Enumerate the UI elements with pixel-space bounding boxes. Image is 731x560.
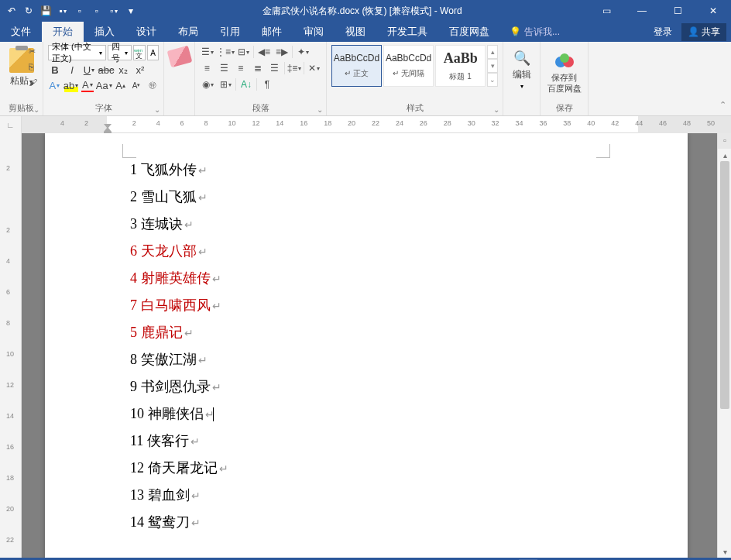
- numbering-button[interactable]: ⋮≡▾: [218, 45, 233, 59]
- bullets-button[interactable]: ☰▾: [200, 45, 215, 59]
- doc-line[interactable]: 13 碧血剑↵: [76, 482, 672, 509]
- collapse-ribbon-icon[interactable]: ⌃: [717, 99, 728, 110]
- font-name-select[interactable]: 宋体 (中文正文)▾: [48, 45, 106, 60]
- phonetic-guide-icon[interactable]: wén文: [133, 45, 146, 60]
- ruler-vertical[interactable]: 2246810121416182022: [0, 133, 22, 558]
- menu-baidu[interactable]: 百度网盘: [438, 22, 500, 42]
- copy-icon[interactable]: ⎘: [29, 62, 39, 73]
- superscript-button[interactable]: x²: [133, 63, 147, 77]
- doc-line[interactable]: 12 倚天屠龙记↵: [76, 455, 672, 482]
- doc-line[interactable]: 11 侠客行↵: [76, 428, 672, 455]
- menu-mail[interactable]: 邮件: [251, 22, 293, 42]
- quickprint-icon[interactable]: ▪▾: [57, 5, 68, 16]
- menu-file[interactable]: 文件: [0, 22, 42, 42]
- doc-line[interactable]: 3 连城诀↵: [76, 211, 672, 238]
- share-button[interactable]: 👤共享: [681, 23, 726, 41]
- char-shading-button[interactable]: Aa▾: [97, 78, 111, 92]
- styles-up-icon[interactable]: ▴: [487, 45, 498, 59]
- doc-line[interactable]: 9 书剑恩仇录↵: [76, 373, 672, 400]
- styles-more-icon[interactable]: ⌄: [487, 73, 498, 87]
- qat-icon-1[interactable]: ▫: [74, 5, 85, 16]
- align-right-button[interactable]: ≡: [233, 61, 248, 75]
- vertical-scrollbar[interactable]: ▫ ▴ ▾: [717, 133, 731, 558]
- doc-line[interactable]: 5 鹿鼎记↵: [76, 319, 672, 346]
- ruler-horizontal[interactable]: ∟ 42246810121416182022242628303234363840…: [0, 116, 731, 133]
- cut-icon[interactable]: ✂: [29, 46, 39, 57]
- style-heading1[interactable]: AaBb 标题 1: [435, 45, 486, 87]
- subscript-button[interactable]: x₂: [116, 63, 130, 77]
- clear-formatting-icon[interactable]: [167, 46, 193, 67]
- sort-button[interactable]: A↓: [239, 77, 254, 91]
- page[interactable]: 1 飞狐外传↵2 雪山飞狐↵3 连城诀↵6 天龙八部↵4 射雕英雄传↵7 白马啸…: [45, 133, 688, 558]
- scroll-down-icon[interactable]: ▾: [718, 545, 731, 558]
- tell-me[interactable]: 💡告诉我...: [500, 26, 569, 39]
- maximize-icon[interactable]: ☐: [660, 0, 695, 22]
- highlight-button[interactable]: ab▾: [64, 78, 78, 92]
- menu-layout[interactable]: 布局: [167, 22, 209, 42]
- baidu-save-button[interactable]: 保存到 百度网盘: [545, 45, 583, 93]
- doc-line[interactable]: 8 笑傲江湖↵: [76, 346, 672, 373]
- style-normal[interactable]: AaBbCcDd ↵ 正文: [331, 45, 382, 87]
- doc-line[interactable]: 6 天龙八部↵: [76, 238, 672, 265]
- shading-button[interactable]: ◉▾: [200, 77, 215, 91]
- tab-selector[interactable]: ∟: [0, 116, 22, 133]
- menu-insert[interactable]: 插入: [84, 22, 125, 42]
- show-marks-button[interactable]: ✕▾: [307, 61, 321, 75]
- enclose-char-button[interactable]: ㊕: [146, 78, 159, 92]
- paragraph-label[interactable]: 段落: [195, 102, 326, 114]
- menu-references[interactable]: 引用: [209, 22, 251, 42]
- italic-button[interactable]: I: [65, 63, 79, 77]
- menu-design[interactable]: 设计: [125, 22, 167, 42]
- doc-line[interactable]: 2 雪山飞狐↵: [76, 184, 672, 211]
- styles-down-icon[interactable]: ▾: [487, 59, 498, 73]
- align-left-button[interactable]: ≡: [200, 61, 214, 75]
- justify-button[interactable]: ≣: [250, 61, 265, 75]
- grow-font-button[interactable]: A▴: [114, 78, 127, 92]
- styles-label[interactable]: 样式: [327, 102, 503, 114]
- bold-button[interactable]: B: [48, 63, 62, 77]
- doc-line[interactable]: 7 白马啸西风↵: [76, 292, 672, 319]
- font-color-button[interactable]: A▾: [81, 78, 94, 92]
- distribute-button[interactable]: ☰: [267, 61, 282, 75]
- multilevel-button[interactable]: ⊟▾: [235, 45, 251, 59]
- minimize-icon[interactable]: ―: [624, 0, 660, 22]
- borders-button[interactable]: ⊞▾: [218, 77, 233, 91]
- doc-line[interactable]: 1 飞狐外传↵: [76, 156, 672, 184]
- qat-icon-3[interactable]: ▫▾: [108, 5, 119, 16]
- font-size-select[interactable]: 四号▾: [108, 45, 132, 60]
- scroll-up-icon[interactable]: ▴: [718, 149, 731, 161]
- font-label[interactable]: 字体: [43, 102, 163, 114]
- login-button[interactable]: 登录: [644, 26, 681, 39]
- text-direction-button[interactable]: ✦▾: [295, 45, 311, 59]
- format-painter-icon[interactable]: 🖌: [29, 77, 39, 88]
- text-effects-button[interactable]: A▾: [48, 78, 61, 92]
- doc-line[interactable]: 4 射雕英雄传↵: [76, 265, 672, 292]
- undo-icon[interactable]: ↶: [6, 5, 17, 16]
- menu-view[interactable]: 视图: [335, 22, 376, 42]
- underline-button[interactable]: U▾: [82, 63, 96, 77]
- increase-indent-button[interactable]: ≡▶: [274, 45, 290, 59]
- close-icon[interactable]: ✕: [695, 0, 731, 22]
- decrease-indent-button[interactable]: ◀≡: [256, 45, 272, 59]
- strikethrough-button[interactable]: abc: [99, 63, 113, 77]
- menu-home[interactable]: 开始: [42, 22, 84, 42]
- page-view[interactable]: 1 飞狐外传↵2 雪山飞狐↵3 连城诀↵6 天龙八部↵4 射雕英雄传↵7 白马啸…: [22, 133, 717, 558]
- doc-line[interactable]: 10 神雕侠侣↵: [76, 400, 672, 428]
- shrink-font-button[interactable]: A▾: [130, 78, 143, 92]
- ribbon-display-icon[interactable]: ▭: [589, 0, 624, 22]
- menu-dev[interactable]: 开发工具: [376, 22, 438, 42]
- char-border-icon[interactable]: A: [147, 45, 159, 60]
- find-button[interactable]: 🔍 编辑 ▾: [508, 45, 535, 90]
- line-spacing-button[interactable]: ‡≡▾: [287, 61, 302, 75]
- menu-review[interactable]: 审阅: [293, 22, 335, 42]
- qat-icon-2[interactable]: ▫: [91, 5, 102, 16]
- doc-line[interactable]: 14 鸳鸯刀↵: [76, 509, 672, 536]
- redo-icon[interactable]: ↻: [23, 5, 34, 16]
- ruler-toggle-icon[interactable]: ▫: [719, 135, 730, 146]
- clipboard-label[interactable]: 剪贴板: [0, 102, 43, 114]
- style-no-spacing[interactable]: AaBbCcDd ↵ 无间隔: [383, 45, 434, 87]
- scroll-thumb[interactable]: [720, 161, 729, 409]
- qat-more-icon[interactable]: ▾: [125, 5, 136, 16]
- align-center-button[interactable]: ☰: [217, 61, 232, 75]
- pilcrow-button[interactable]: ¶: [259, 77, 275, 91]
